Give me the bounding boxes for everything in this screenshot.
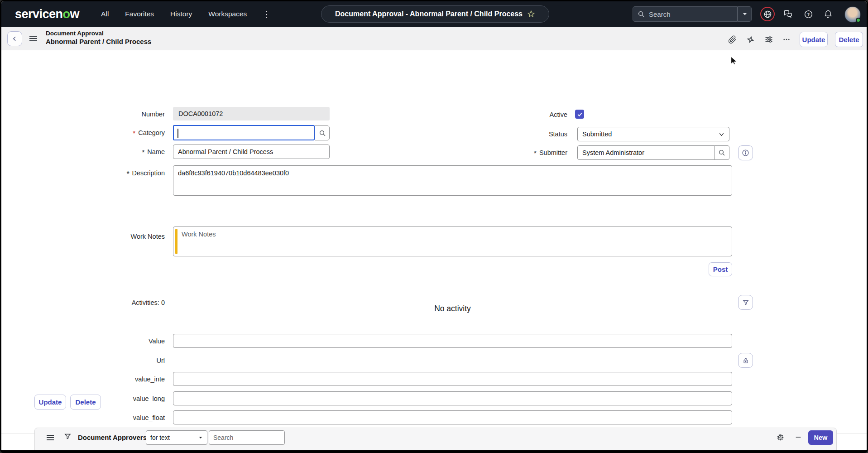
new-record-button[interactable]: New bbox=[808, 430, 833, 445]
top-nav-menu: All Favorites History Workspaces bbox=[101, 10, 247, 18]
list-search-scope-select[interactable]: for text bbox=[146, 430, 207, 445]
back-button[interactable] bbox=[7, 31, 22, 46]
ellipsis-icon bbox=[782, 35, 791, 43]
mandatory-icon: * bbox=[127, 170, 129, 177]
globe-icon bbox=[763, 10, 772, 19]
record-header-bar: Document Approval Abnormal Parent / Chil… bbox=[1, 27, 867, 50]
mandatory-icon: * bbox=[142, 149, 144, 155]
list-collapse-button[interactable] bbox=[793, 432, 803, 442]
help-icon: ? bbox=[804, 10, 813, 19]
mandatory-icon: * bbox=[133, 130, 135, 136]
delete-button-footer[interactable]: Delete bbox=[70, 395, 101, 410]
number-field: DOCA0001072 bbox=[173, 107, 330, 120]
list-settings-button[interactable] bbox=[775, 432, 785, 442]
record-form: Number DOCA0001072 Active *Category Stat… bbox=[1, 50, 867, 453]
chevron-down-icon bbox=[198, 435, 203, 440]
record-name-label: Abnormal Parent / Child Process bbox=[46, 38, 151, 45]
description-label: *Description bbox=[1, 166, 165, 180]
work-notes-label: Work Notes bbox=[1, 229, 165, 244]
favorite-star-icon[interactable] bbox=[527, 10, 535, 18]
work-notes-field[interactable]: Work Notes bbox=[173, 226, 732, 256]
servicenow-logo[interactable]: servicenow bbox=[15, 7, 79, 21]
svg-text:?: ? bbox=[807, 12, 810, 17]
text-caret bbox=[177, 129, 178, 138]
description-field[interactable]: da6f8c93f6194070b10d64483ee030f0 bbox=[173, 165, 732, 196]
connect-globe-button[interactable] bbox=[760, 7, 775, 21]
list-context-menu-icon[interactable] bbox=[47, 434, 54, 442]
spark-icon bbox=[745, 34, 755, 44]
update-button-footer[interactable]: Update bbox=[34, 395, 66, 410]
logo-green-o: o bbox=[63, 7, 70, 21]
submitter-preview-button[interactable] bbox=[738, 145, 753, 160]
personalize-form-button[interactable] bbox=[764, 34, 774, 44]
no-activity-text: No activity bbox=[173, 304, 732, 313]
category-field[interactable] bbox=[173, 125, 315, 140]
work-notes-accent-bar bbox=[175, 229, 177, 254]
name-field[interactable] bbox=[173, 145, 330, 159]
lock-icon bbox=[742, 357, 749, 364]
nav-item-workspaces[interactable]: Workspaces bbox=[208, 10, 247, 18]
mandatory-icon: * bbox=[534, 149, 537, 156]
list-search-scope-value: for text bbox=[150, 434, 170, 441]
gear-icon bbox=[776, 433, 785, 442]
status-label: Status bbox=[400, 127, 567, 141]
chevron-down-icon bbox=[719, 131, 724, 137]
list-breadcrumb[interactable]: Document approval = Abnormal Parent / Ch… bbox=[48, 449, 196, 453]
related-list-title: Document Approvers bbox=[78, 434, 147, 441]
activity-filter-button[interactable] bbox=[738, 295, 753, 310]
funnel-icon bbox=[742, 299, 749, 306]
status-select[interactable]: Submitted bbox=[577, 127, 729, 141]
value-long-field[interactable] bbox=[173, 391, 732, 405]
chevron-down-icon bbox=[742, 11, 748, 17]
global-search-input[interactable] bbox=[649, 10, 717, 18]
related-list-header: Document Approvers for text New bbox=[35, 428, 836, 447]
notifications-button[interactable] bbox=[821, 7, 835, 21]
nav-item-all[interactable]: All bbox=[101, 10, 109, 18]
record-type-label: Document Approval bbox=[46, 30, 151, 37]
value-float-label: value_float bbox=[1, 410, 165, 425]
funnel-icon bbox=[64, 433, 72, 440]
search-scope-dropdown[interactable] bbox=[738, 6, 752, 22]
activities-count-label: Activities: 0 bbox=[1, 295, 165, 310]
nav-more-icon[interactable]: ⋮ bbox=[262, 9, 271, 19]
conversations-button[interactable] bbox=[781, 7, 796, 21]
ai-spark-button[interactable] bbox=[745, 34, 755, 44]
value-inte-field[interactable] bbox=[173, 372, 732, 386]
info-icon bbox=[742, 149, 749, 157]
submitter-label: *Submitter bbox=[400, 145, 567, 160]
url-lock-button[interactable] bbox=[738, 353, 753, 368]
work-notes-placeholder: Work Notes bbox=[182, 231, 216, 238]
checkmark-icon bbox=[577, 111, 583, 117]
chat-bubbles-icon bbox=[783, 9, 793, 19]
category-lookup-button[interactable] bbox=[315, 125, 330, 140]
record-title: Document Approval Abnormal Parent / Chil… bbox=[46, 30, 151, 45]
document-approvers-related-list: Document Approvers for text New Document… bbox=[34, 428, 837, 453]
active-checkbox[interactable] bbox=[575, 110, 584, 119]
attachments-button[interactable] bbox=[727, 34, 737, 44]
chevron-left-icon bbox=[12, 36, 18, 42]
submitter-field[interactable] bbox=[577, 145, 715, 160]
update-button-header[interactable]: Update bbox=[800, 32, 828, 47]
active-label: Active bbox=[400, 107, 567, 122]
user-avatar[interactable] bbox=[844, 6, 861, 23]
value-field[interactable] bbox=[173, 334, 732, 348]
list-search-input[interactable] bbox=[209, 430, 285, 445]
form-context-menu-icon[interactable] bbox=[29, 34, 37, 43]
top-nav-bar: servicenow All Favorites History Workspa… bbox=[1, 1, 867, 27]
nav-item-history[interactable]: History bbox=[170, 10, 192, 18]
bell-icon bbox=[824, 10, 833, 19]
servicenow-app-window: servicenow All Favorites History Workspa… bbox=[0, 0, 868, 453]
delete-button-header[interactable]: Delete bbox=[835, 32, 863, 47]
help-button[interactable]: ? bbox=[801, 7, 815, 21]
post-button[interactable]: Post bbox=[709, 262, 732, 276]
current-record-pill[interactable]: Document Approval - Abnormal Parent / Ch… bbox=[321, 5, 549, 23]
submitter-lookup-button[interactable] bbox=[714, 145, 729, 160]
nav-item-favorites[interactable]: Favorites bbox=[125, 10, 154, 18]
value-float-field[interactable] bbox=[173, 410, 732, 424]
global-search[interactable] bbox=[633, 6, 738, 22]
list-filter-button[interactable] bbox=[64, 433, 72, 442]
status-selected-value: Submitted bbox=[582, 130, 612, 138]
sliders-icon bbox=[764, 35, 773, 44]
presence-indicator bbox=[856, 18, 861, 23]
more-options-button[interactable] bbox=[782, 34, 791, 44]
